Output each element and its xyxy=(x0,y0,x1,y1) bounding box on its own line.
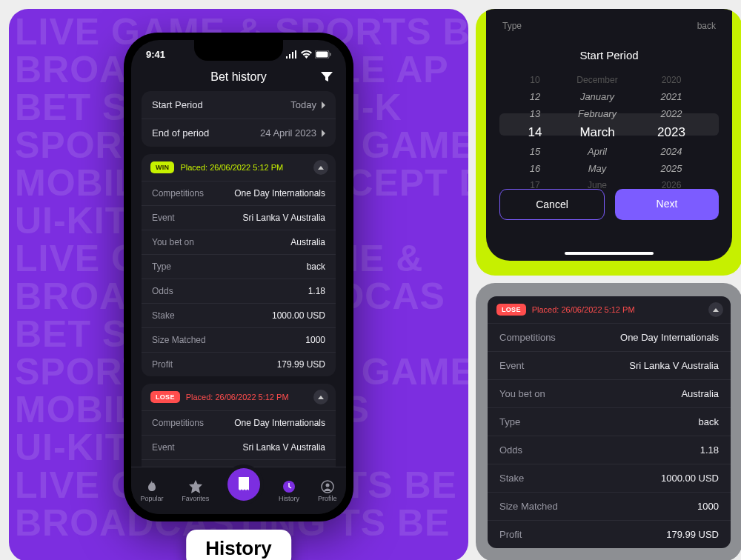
chevron-right-icon xyxy=(321,101,325,109)
bet-detail-row: CompetitionsOne Day Internationals xyxy=(488,323,731,351)
detail-key: Size Matched xyxy=(499,501,558,512)
bet-card-header[interactable]: LOSE Placed: 26/06/2022 5:12 PM xyxy=(488,296,731,323)
detail-key: You bet on xyxy=(499,388,545,399)
cancel-button[interactable]: Cancel xyxy=(499,189,605,220)
detail-key: Type xyxy=(499,416,520,427)
bottom-nav: Popular Favorites History xyxy=(131,467,346,514)
home-indicator xyxy=(565,252,654,255)
detail-value: 179.99 USD xyxy=(277,359,325,370)
chevron-right-icon xyxy=(321,130,325,137)
detail-value: Sri Lanka V Australia xyxy=(243,213,325,223)
bet-detail-row: Profit179.99 USD xyxy=(142,352,336,376)
date-picker-sheet: Type back Start Period 10 12 13 14 15 16… xyxy=(486,9,732,261)
bet-detail-row: Size Matched1000 xyxy=(142,327,336,352)
detail-key: Competitions xyxy=(499,332,556,343)
picker-back-label: back xyxy=(697,21,716,31)
next-button[interactable]: Next xyxy=(615,189,719,220)
detail-value: 1.18 xyxy=(308,286,325,296)
flame-icon xyxy=(145,480,159,493)
picker-title: Start Period xyxy=(499,49,719,61)
detail-value: Sri Lanka V Australia xyxy=(629,360,719,371)
bet-detail-row: CompetitionsOne Day Internationals xyxy=(142,181,336,205)
detail-value: One Day Internationals xyxy=(620,332,719,343)
end-period-value: 24 April 2023 xyxy=(260,127,316,139)
nav-popular[interactable]: Popular xyxy=(140,480,163,502)
filter-icon[interactable] xyxy=(321,72,333,82)
status-icons xyxy=(286,50,331,59)
bet-detail-row: Profit179.99 USD xyxy=(488,520,731,548)
bet-detail-row: EventSri Lanka V Australia xyxy=(142,205,336,230)
nav-profile[interactable]: Profile xyxy=(318,480,337,502)
bet-detail-row: Stake1000.00 USD xyxy=(142,303,336,327)
detail-value: 1000 xyxy=(305,335,325,345)
detail-value: back xyxy=(699,416,719,427)
detail-key: Event xyxy=(152,213,175,223)
detail-value: One Day Internationals xyxy=(234,418,325,428)
bet-detail-row: You bet onAustralia xyxy=(488,379,731,407)
nav-profile-label: Profile xyxy=(318,495,337,502)
placed-timestamp: Placed: 26/06/2022 5:12 PM xyxy=(532,305,635,314)
bet-detail-row: Size Matched1000 xyxy=(488,492,731,520)
detail-key: Odds xyxy=(499,444,522,456)
date-wheel[interactable]: 10 12 13 14 15 16 17 December January Fe… xyxy=(499,72,719,176)
detail-key: Stake xyxy=(152,310,175,321)
screen-header: Bet history xyxy=(131,60,346,91)
bet-detail-row: Odds1.18 xyxy=(488,436,731,464)
bet-detail-row: Stake1000.00 USD xyxy=(488,464,731,492)
wheel-selection-bar xyxy=(499,113,719,136)
main-showcase-panel: LIVE GAME & SPORTS BE BROADCASTING LE AP… xyxy=(9,9,468,560)
signal-icon xyxy=(286,50,298,59)
phone-screen: 9:41 Bet history xyxy=(131,40,346,514)
detail-value: Australia xyxy=(681,388,719,399)
bet-card-header[interactable]: LOSEPlaced: 26/06/2022 5:12 PM xyxy=(142,384,336,410)
detail-key: Type xyxy=(152,261,171,272)
chevron-up-icon xyxy=(713,308,719,312)
detail-key: Stake xyxy=(499,473,524,484)
placed-timestamp: Placed: 26/06/2022 5:12 PM xyxy=(180,163,283,172)
detail-value: 1000.00 USD xyxy=(661,473,719,484)
detail-key: Profit xyxy=(499,529,522,540)
detail-key: Competitions xyxy=(152,418,204,428)
start-period-label: Start Period xyxy=(152,99,203,110)
svg-point-5 xyxy=(325,483,329,487)
start-period-row[interactable]: Start Period Today xyxy=(142,91,336,119)
user-icon xyxy=(321,480,334,493)
detail-key: Odds xyxy=(152,286,173,296)
receipt-icon xyxy=(237,477,250,492)
phone-mockup: 9:41 Bet history xyxy=(124,33,353,521)
svg-rect-1 xyxy=(316,52,328,58)
chevron-up-icon xyxy=(318,166,324,170)
end-period-row[interactable]: End of period 24 April 2023 xyxy=(142,119,336,147)
history-callout-pill: History xyxy=(186,530,291,560)
end-period-label: End of period xyxy=(152,127,209,139)
detail-key: Competitions xyxy=(152,188,204,199)
bet-detail-row: EventSri Lanka V Australia xyxy=(142,435,336,459)
period-selector: Start Period Today End of period 24 Apri… xyxy=(142,91,336,147)
chevron-up-icon xyxy=(318,396,324,399)
star-icon xyxy=(189,480,202,493)
collapse-button[interactable] xyxy=(708,302,723,317)
collapse-button[interactable] xyxy=(313,390,328,404)
bet-detail-row: Typeback xyxy=(488,407,731,436)
wifi-icon xyxy=(301,50,312,59)
svg-rect-2 xyxy=(330,53,331,56)
collapse-button[interactable] xyxy=(313,160,328,175)
detail-value: Australia xyxy=(290,237,325,247)
bet-card-lose: LOSE Placed: 26/06/2022 5:12 PM Competit… xyxy=(488,296,731,548)
detail-value: 1000 xyxy=(697,501,719,512)
detail-value: back xyxy=(307,261,325,272)
detail-value: 179.99 USD xyxy=(666,529,719,540)
nav-center-button[interactable] xyxy=(227,468,260,501)
detail-value: Sri Lanka V Australia xyxy=(243,442,325,453)
nav-favorites[interactable]: Favorites xyxy=(182,480,209,502)
detail-value: 1000.00 USD xyxy=(272,310,325,321)
nav-history[interactable]: History xyxy=(279,480,299,502)
phone-notch xyxy=(194,40,283,61)
bet-card-header[interactable]: WINPlaced: 26/06/2022 5:12 PM xyxy=(142,154,336,181)
bet-detail-row: You bet onAustralia xyxy=(142,230,336,254)
start-period-value: Today xyxy=(290,99,316,110)
content-scroll[interactable]: Start Period Today End of period 24 Apri… xyxy=(131,91,346,476)
status-time: 9:41 xyxy=(146,49,165,60)
status-badge: LOSE xyxy=(496,304,526,316)
bet-card-lose: LOSEPlaced: 26/06/2022 5:12 PMCompetitio… xyxy=(142,384,336,476)
